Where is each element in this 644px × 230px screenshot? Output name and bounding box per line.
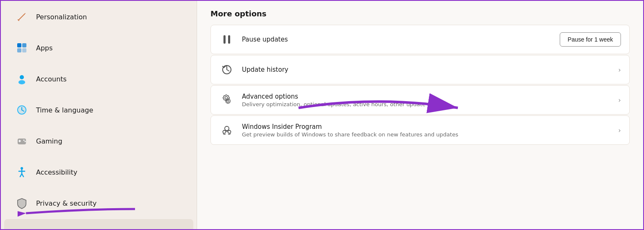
svg-point-23 bbox=[227, 100, 229, 102]
pause-updates-content: Pause updates bbox=[242, 36, 552, 43]
pause-updates-action: Pause for 1 week bbox=[560, 32, 621, 47]
pencil-icon bbox=[14, 9, 29, 24]
svg-point-25 bbox=[223, 131, 226, 133]
update-history-content: Update history bbox=[242, 66, 611, 73]
sidebar-item-personalization-label: Personalization bbox=[36, 13, 87, 21]
accessibility-icon bbox=[14, 165, 29, 180]
advanced-options-content: Advanced options Delivery optimization, … bbox=[242, 93, 611, 107]
advanced-options-chevron: › bbox=[618, 96, 621, 104]
insider-program-chevron: › bbox=[618, 126, 621, 134]
svg-point-24 bbox=[225, 126, 229, 131]
svg-point-5 bbox=[18, 80, 25, 84]
sidebar-item-windows-update[interactable]: Windows Update bbox=[4, 219, 193, 229]
card-list: Pause updates Pause for 1 week Update hi… bbox=[210, 25, 630, 145]
svg-rect-1 bbox=[22, 43, 26, 47]
sidebar-item-gaming[interactable]: Gaming bbox=[4, 126, 193, 156]
svg-point-4 bbox=[20, 75, 24, 79]
clock-icon bbox=[14, 102, 29, 118]
update-history-chevron: › bbox=[618, 66, 621, 74]
card-insider-program[interactable]: Windows Insider Program Get preview buil… bbox=[210, 115, 630, 145]
update-history-title: Update history bbox=[242, 66, 611, 73]
sidebar-item-time-language-label: Time & language bbox=[36, 106, 93, 114]
svg-point-22 bbox=[225, 97, 228, 99]
section-title: More options bbox=[210, 9, 630, 18]
svg-rect-2 bbox=[17, 48, 21, 52]
gaming-icon bbox=[14, 133, 29, 149]
pause-for-week-button[interactable]: Pause for 1 week bbox=[560, 32, 621, 47]
sidebar-item-personalization[interactable]: Personalization bbox=[4, 2, 193, 32]
sidebar-item-accessibility-label: Accessibility bbox=[36, 168, 77, 176]
insider-icon bbox=[219, 123, 234, 138]
svg-point-26 bbox=[228, 131, 231, 133]
svg-rect-19 bbox=[223, 35, 226, 44]
sidebar-item-apps[interactable]: Apps bbox=[4, 33, 193, 63]
svg-point-14 bbox=[25, 141, 26, 142]
sidebar-item-privacy-security-label: Privacy & security bbox=[36, 199, 96, 207]
sidebar-item-apps-label: Apps bbox=[36, 44, 53, 52]
svg-point-13 bbox=[23, 140, 25, 141]
sidebar-item-gaming-label: Gaming bbox=[36, 137, 62, 145]
history-icon bbox=[219, 62, 234, 77]
advanced-options-title: Advanced options bbox=[242, 93, 611, 100]
insider-program-title: Windows Insider Program bbox=[242, 123, 611, 131]
update-history-action: › bbox=[618, 66, 621, 74]
gear-stack-icon bbox=[219, 92, 234, 107]
insider-program-subtitle: Get preview builds of Windows to share f… bbox=[242, 131, 611, 138]
insider-program-content: Windows Insider Program Get preview buil… bbox=[242, 123, 611, 138]
svg-rect-3 bbox=[22, 48, 26, 52]
sidebar-item-time-language[interactable]: Time & language bbox=[4, 95, 193, 125]
sidebar-item-privacy-security[interactable]: Privacy & security bbox=[4, 188, 193, 218]
svg-rect-12 bbox=[19, 140, 20, 142]
sidebar-item-accessibility[interactable]: Accessibility bbox=[4, 157, 193, 187]
card-advanced-options[interactable]: Advanced options Delivery optimization, … bbox=[210, 85, 630, 115]
accounts-icon bbox=[14, 71, 29, 86]
svg-rect-0 bbox=[17, 43, 21, 47]
sidebar-item-accounts[interactable]: Accounts bbox=[4, 64, 193, 94]
advanced-options-subtitle: Delivery optimization, optional updates,… bbox=[242, 101, 611, 107]
main-content: More options Pause updates Pause for 1 w… bbox=[197, 1, 643, 229]
pause-updates-title: Pause updates bbox=[242, 36, 552, 43]
card-pause-updates[interactable]: Pause updates Pause for 1 week bbox=[210, 25, 630, 54]
pause-icon bbox=[219, 32, 234, 47]
svg-rect-20 bbox=[228, 35, 230, 44]
apps-icon bbox=[14, 40, 29, 55]
insider-program-action: › bbox=[618, 126, 621, 134]
update-icon bbox=[14, 227, 29, 229]
sidebar-item-accounts-label: Accounts bbox=[36, 75, 67, 83]
sidebar: Personalization Apps Accounts bbox=[1, 1, 197, 229]
shield-icon bbox=[14, 196, 29, 211]
advanced-options-action: › bbox=[618, 96, 621, 104]
card-update-history[interactable]: Update history › bbox=[210, 55, 630, 84]
